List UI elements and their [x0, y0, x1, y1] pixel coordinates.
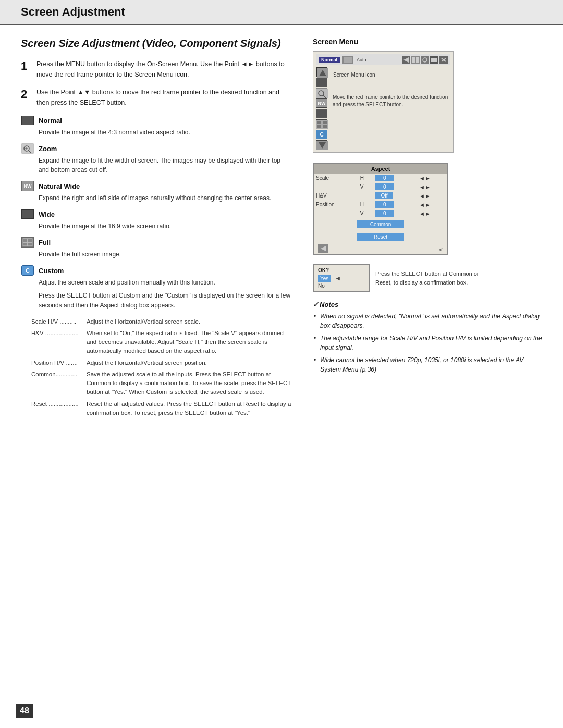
def-desc-position: Adjust the Horizontal/Vertical screen po…: [87, 359, 292, 367]
confirm-annotation: Press the SELECT button at Common or Res…: [375, 269, 480, 287]
menu-icon-slot: [342, 56, 352, 64]
normal-desc: Provide the image at the 4:3 normal vide…: [21, 128, 292, 137]
aspect-footer-icon: [318, 244, 328, 253]
feature-custom: C Custom Adjust the screen scale and pos…: [21, 265, 292, 311]
def-scale-hv: Scale H/V .......... Adjust the Horizont…: [31, 317, 292, 326]
def-hv: H&V .................... When set to "On…: [31, 329, 292, 356]
aspect-scale-v-value: 0: [375, 183, 394, 190]
aspect-v-label: V: [358, 182, 374, 191]
left-column: Screen Size Adjustment (Video, Component…: [21, 38, 292, 422]
aspect-position-label: Position: [314, 200, 358, 209]
confirm-label: OK?: [318, 267, 365, 273]
aspect-row-position-h: Position H 0 ◄►: [314, 200, 447, 209]
svg-rect-16: [416, 57, 419, 63]
confirm-arrow: ◄: [335, 275, 341, 282]
screen-menu-display-outer: Normal Auto: [313, 51, 459, 153]
aspect-pos-v-label: V: [358, 209, 374, 218]
confirm-yes[interactable]: Yes: [318, 275, 331, 282]
aspect-footer-tick: ↙: [439, 246, 443, 252]
aspect-hv-arrows: ◄►: [417, 191, 447, 200]
menu-left-icons: NW C: [316, 67, 327, 150]
confirm-no[interactable]: No: [318, 283, 365, 289]
svg-rect-17: [421, 56, 429, 64]
menu-licon-full: [316, 119, 327, 129]
aspect-table: Scale H 0 ◄► V 0 ◄► H&V Off: [314, 174, 447, 243]
aspect-row-position-v: V 0 ◄►: [314, 209, 447, 218]
custom-icon: C: [21, 265, 34, 276]
def-desc-common: Save the adjusted scale to all the input…: [87, 370, 292, 397]
normal-label: Normal: [39, 117, 62, 125]
menu-licon-down: [316, 140, 327, 150]
def-common: Common............. Save the adjusted sc…: [31, 370, 292, 397]
def-term-position: Position H/V .......: [31, 359, 83, 367]
menu-body: NW C Sc: [316, 67, 450, 150]
confirm-row: OK? Yes ◄ No Press the SELECT button at …: [313, 264, 542, 292]
zoom-desc: Expand the image to fit the width of scr…: [21, 156, 292, 175]
full-desc: Provide the full screen image.: [21, 250, 292, 259]
def-desc-reset: Reset the all adjusted values. Press the…: [87, 400, 292, 418]
custom-label: Custom: [39, 267, 64, 275]
svg-rect-32: [317, 125, 321, 128]
section-title: Screen Size Adjustment (Video, Component…: [21, 38, 292, 50]
menu-ricon-2: [411, 56, 420, 64]
def-desc-hv: When set to "On," the aspect ratio is fi…: [87, 329, 292, 356]
page-title: Screen Adjustment: [21, 5, 125, 19]
step-text-1: Press the MENU button to display the On-…: [36, 59, 292, 80]
svg-rect-8: [23, 243, 27, 246]
zoom-label: Zoom: [39, 145, 57, 153]
aspect-pos-v-arrows: ◄►: [417, 209, 447, 218]
menu-top-bar: Normal Auto: [316, 54, 450, 65]
aspect-scale-label: Scale: [314, 174, 358, 182]
def-term-reset: Reset ..................: [31, 400, 83, 418]
aspect-footer: ↙: [314, 243, 447, 254]
aspect-hv-label: H&V: [314, 191, 358, 200]
screen-menu-pointer-note: Move the red frame pointer to the desire…: [333, 94, 450, 108]
aspect-row-reset: Reset: [314, 231, 447, 243]
note-item-1: When no signal is detected, "Normal" is …: [313, 312, 542, 330]
step-2: 2 Use the Point ▲▼ buttons to move the r…: [21, 87, 292, 108]
def-position: Position H/V ....... Adjust the Horizont…: [31, 359, 292, 367]
aspect-pos-h-label: H: [358, 200, 374, 209]
step-text-2: Use the Point ▲▼ buttons to move the red…: [36, 87, 292, 108]
notes-title: Notes: [313, 301, 542, 309]
step-1: 1 Press the MENU button to display the O…: [21, 59, 292, 80]
feature-normal: Normal Provide the image at the 4:3 norm…: [21, 115, 292, 137]
feature-nw: NW Natural Wide Expand the right and lef…: [21, 181, 292, 203]
step-number-2: 2: [21, 87, 31, 108]
aspect-common-button[interactable]: Common: [357, 220, 404, 228]
menu-licon-wide: [316, 109, 327, 118]
menu-ricon-5: [439, 56, 448, 64]
full-label: Full: [39, 239, 51, 246]
feature-full: Full Provide the full screen image.: [21, 237, 292, 259]
notes-list: When no signal is detected, "Normal" is …: [313, 312, 542, 374]
zoom-icon: [21, 143, 34, 154]
nw-label: Natural Wide: [39, 182, 80, 190]
menu-licon-zoom: [316, 88, 327, 97]
nw-icon: NW: [21, 181, 34, 191]
aspect-row-hv: H&V Off ◄►: [314, 191, 447, 200]
custom-def-list: Scale H/V .......... Adjust the Horizont…: [31, 317, 292, 418]
menu-ricon-3: [421, 56, 429, 64]
aspect-dialog: Aspect Scale H 0 ◄► V 0 ◄►: [313, 163, 448, 255]
svg-rect-33: [323, 125, 327, 128]
aspect-pos-h-value: 0: [375, 201, 394, 208]
wide-desc: Provide the image at the 16:9 wide scree…: [21, 221, 292, 231]
svg-rect-6: [23, 239, 27, 242]
aspect-reset-button[interactable]: Reset: [357, 233, 404, 241]
header-bar: Screen Adjustment: [0, 0, 563, 25]
custom-desc-main: Adjust the screen scale and position man…: [21, 278, 292, 288]
full-icon: [21, 237, 34, 248]
menu-annotation-area: Screen Menu icon Move the red frame poin…: [331, 67, 450, 150]
aspect-scale-v-arrows: ◄►: [417, 182, 447, 191]
step-number-1: 1: [21, 59, 31, 80]
aspect-scale-h-value: 0: [375, 175, 394, 181]
note-item-2: The adjustable range for Scale H/V and P…: [313, 334, 542, 352]
wide-label: Wide: [39, 211, 55, 218]
aspect-row-scale-v: V 0 ◄►: [314, 182, 447, 191]
confirm-box: OK? Yes ◄ No: [313, 264, 370, 292]
note-item-3: Wide cannot be selected when 720p, 1035i…: [313, 355, 542, 374]
custom-desc-sub: Press the SELECT button at Custom and th…: [21, 291, 292, 311]
feature-zoom: Zoom Expand the image to fit the width o…: [21, 143, 292, 175]
def-desc-scale: Adjust the Horizontal/Vertical screen sc…: [87, 317, 292, 326]
aspect-hv-value: Off: [375, 192, 393, 199]
